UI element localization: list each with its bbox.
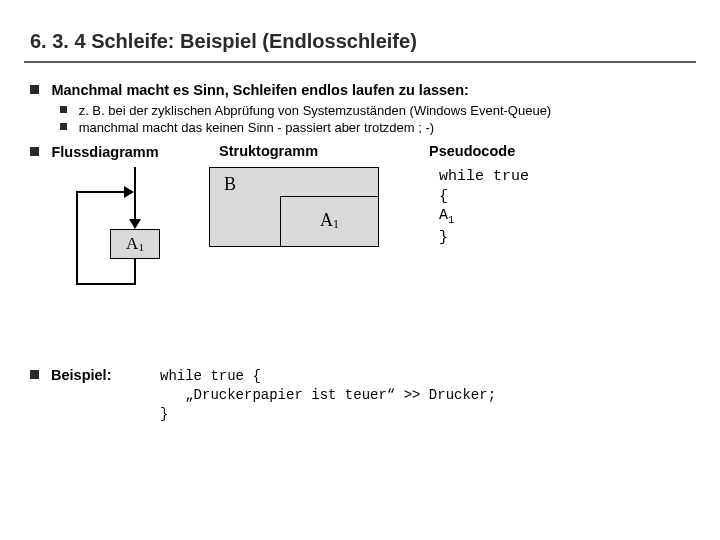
- example-bullet: Beispiel:: [30, 367, 160, 383]
- arrow-down-icon: [129, 219, 141, 229]
- flow-heading: Flussdiagramm: [51, 144, 158, 160]
- slide-title: 6. 3. 4 Schleife: Beispiel (Endlosschlei…: [24, 18, 696, 59]
- bullet-text-1: Manchmal macht es Sinn, Schleifen endlos…: [51, 82, 468, 98]
- flow-action-box: A1: [110, 229, 160, 259]
- square-bullet-icon: [30, 370, 39, 379]
- example-row: Beispiel: while true { „Druckerpapier is…: [24, 367, 696, 424]
- strukt-body-cell: A1: [280, 196, 378, 246]
- box-label-A: A: [126, 234, 138, 253]
- col-flow-head: Flussdiagramm: [24, 143, 199, 161]
- flow-line: [76, 191, 128, 193]
- strukt-A-sub: 1: [333, 217, 339, 231]
- three-column-headers: Flussdiagramm Struktogramm Pseudocode: [24, 143, 696, 161]
- pseudo-A: A: [439, 207, 448, 224]
- box-label-A-sub: 1: [138, 241, 144, 253]
- pseudo-line-3: A1: [439, 206, 696, 228]
- flow-line: [134, 167, 136, 227]
- bullet-list: Manchmal macht es Sinn, Schleifen endlos…: [24, 81, 696, 135]
- sub-bullet-2: manchmal macht das keinen Sinn - passier…: [60, 120, 696, 135]
- pseudo-line-2: {: [439, 187, 696, 207]
- sub-bullet-text-1: z. B. bei der zyklischen Abprüfung von S…: [79, 103, 552, 118]
- pseudo-A-sub: 1: [448, 214, 454, 226]
- pseudo-line-1: while true: [439, 167, 696, 187]
- sub-bullet-1: z. B. bei der zyklischen Abprüfung von S…: [60, 103, 696, 118]
- struktogramm: B A1: [199, 167, 399, 247]
- title-rule: [24, 61, 696, 63]
- sub-bullet-list: z. B. bei der zyklischen Abprüfung von S…: [30, 103, 696, 135]
- flow-line: [76, 283, 136, 285]
- pseudo-line-4: }: [439, 228, 696, 248]
- strukt-condition-cell: B: [210, 168, 280, 246]
- square-bullet-icon: [30, 85, 39, 94]
- diagram-row: A1 B A1 while true { A1: [24, 167, 696, 297]
- pseudocode-block: while true { A1 }: [399, 167, 696, 247]
- strukt-A-label: A: [320, 210, 333, 230]
- flow-line: [134, 259, 136, 285]
- strukt-heading: Struktogramm: [199, 143, 399, 159]
- pseudo-heading: Pseudocode: [399, 143, 696, 159]
- strukt-B-label: B: [224, 174, 236, 194]
- slide: 6. 3. 4 Schleife: Beispiel (Endlosschlei…: [0, 0, 720, 448]
- example-code: while true { „Druckerpapier ist teuer“ >…: [160, 367, 496, 424]
- sub-bullet-text-2: manchmal macht das keinen Sinn - passier…: [79, 120, 434, 135]
- square-bullet-icon: [30, 147, 39, 156]
- flow-line: [76, 191, 78, 285]
- bullet-item-1: Manchmal macht es Sinn, Schleifen endlos…: [30, 81, 696, 135]
- flowchart: A1: [24, 167, 199, 297]
- arrow-right-icon: [124, 186, 134, 198]
- example-label-text: Beispiel:: [51, 367, 111, 383]
- square-bullet-icon: [60, 106, 67, 113]
- square-bullet-icon: [60, 123, 67, 130]
